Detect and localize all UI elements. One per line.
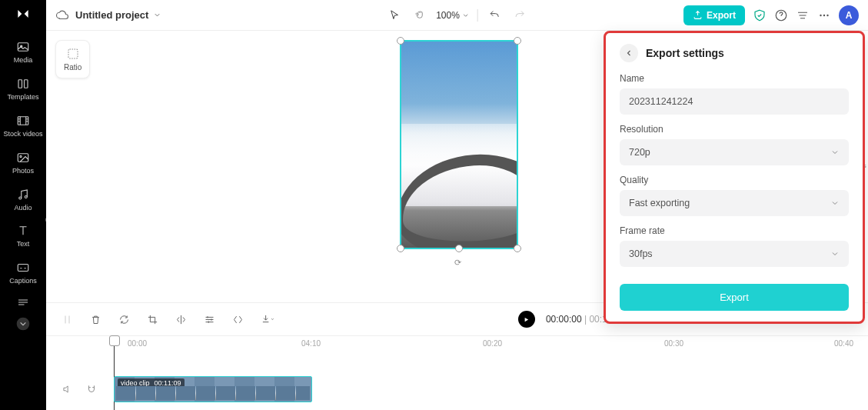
sidebar-item-captions[interactable]: Captions [0, 255, 46, 292]
sidebar-item-audio[interactable]: Audio [0, 182, 46, 218]
sidebar-item-templates[interactable]: Templates [0, 71, 46, 108]
export-back-button[interactable] [620, 44, 638, 62]
sidebar-item-label: Text [17, 241, 30, 248]
chevron-down-icon [153, 11, 161, 19]
reverse-button[interactable] [229, 311, 247, 328]
avatar-initial: A [846, 10, 853, 21]
export-resolution-select[interactable]: 720p [620, 139, 849, 165]
export-name-label: Name [620, 73, 849, 84]
chevron-down-icon [462, 12, 470, 19]
split-button[interactable] [58, 311, 76, 328]
ratio-button[interactable]: Ratio [55, 40, 90, 78]
ruler-tick: 04:10 [301, 339, 321, 348]
svg-point-7 [19, 197, 22, 199]
hand-tool-button[interactable] [411, 6, 428, 24]
layers-icon[interactable] [796, 8, 810, 22]
svg-rect-15 [68, 49, 78, 58]
captions-icon [16, 261, 30, 275]
svg-rect-9 [18, 265, 28, 272]
sidebar-item-label: Audio [14, 205, 32, 212]
sidebar-item-label: Captions [9, 278, 37, 285]
svg-rect-0 [18, 43, 28, 52]
resize-handle-tl[interactable] [397, 37, 404, 45]
zoom-dropdown[interactable]: 100% [436, 10, 470, 21]
video-preview-content [401, 42, 517, 248]
sidebar-item-media[interactable]: Media [0, 34, 46, 71]
delete-button[interactable] [87, 311, 105, 328]
svg-point-12 [820, 14, 821, 15]
export-quality-select[interactable]: Fast exporting [620, 190, 849, 216]
ruler-tick: 00:40 [834, 339, 853, 348]
redo-button[interactable] [511, 6, 529, 24]
sidebar-item-text[interactable]: Text [0, 218, 46, 255]
timeline[interactable]: 00:00 04:10 00:20 00:30 00:40 video clip… [46, 336, 868, 410]
svg-point-6 [20, 155, 22, 157]
sidebar-item-stock-videos[interactable]: Stock videos [0, 108, 46, 145]
shield-check-icon[interactable] [753, 8, 767, 22]
track-row: video clip 00:11:09 [58, 376, 856, 402]
help-icon[interactable] [774, 8, 788, 22]
chevron-down-icon [830, 249, 840, 258]
crop-button[interactable] [144, 311, 161, 328]
avatar[interactable]: A [839, 5, 859, 25]
track-magnet-button[interactable] [83, 381, 100, 398]
ratio-label: Ratio [64, 63, 81, 72]
export-panel-title: Export settings [646, 47, 724, 59]
rotate-handle-icon[interactable]: ⟳ [454, 258, 461, 268]
video-preview-frame[interactable]: ⟳ [400, 40, 518, 249]
sidebar-item-more[interactable] [0, 292, 46, 313]
export-submit-label: Export [720, 292, 749, 303]
export-button-label: Export [707, 10, 736, 21]
export-framerate-label: Frame rate [620, 225, 849, 236]
svg-point-14 [826, 14, 828, 15]
export-settings-panel: Export settings Name Resolution 720p Qua… [604, 31, 865, 324]
timeline-ruler[interactable]: 00:00 04:10 00:20 00:30 00:40 [114, 339, 853, 353]
app-logo-icon[interactable] [15, 6, 31, 22]
resize-handle-bl[interactable] [397, 245, 404, 252]
svg-rect-4 [18, 117, 28, 125]
sidebar-more-button[interactable] [15, 316, 31, 332]
pointer-tool-button[interactable] [385, 6, 403, 24]
project-title-dropdown[interactable]: Untitled project [75, 9, 161, 21]
photos-icon [16, 151, 30, 165]
export-submit-button[interactable]: Export [620, 284, 849, 311]
ruler-tick: 00:30 [664, 339, 683, 348]
export-button[interactable]: Export [683, 5, 745, 25]
resize-handle-br[interactable] [514, 245, 521, 252]
more-icon[interactable] [817, 8, 831, 22]
refresh-button[interactable] [115, 311, 133, 328]
play-button[interactable] [518, 311, 535, 328]
chevron-left-icon [624, 48, 634, 58]
left-sidebar: Media Templates Stock videos Photos Audi… [0, 0, 46, 410]
export-framerate-value: 30fps [629, 248, 653, 259]
resize-handle-tr[interactable] [514, 37, 521, 45]
export-framerate-select[interactable]: 30fps [620, 241, 849, 267]
adjust-button[interactable] [201, 311, 218, 328]
export-name-input[interactable] [620, 88, 849, 115]
chevron-down-icon [830, 198, 840, 208]
export-icon [693, 10, 703, 20]
project-title-text: Untitled project [75, 9, 148, 21]
more-icon [16, 298, 30, 307]
media-icon [16, 40, 30, 54]
top-bar: Untitled project 100% Export A [46, 0, 868, 31]
export-quality-value: Fast exporting [629, 198, 690, 208]
svg-rect-3 [25, 80, 28, 88]
divider [477, 9, 478, 22]
download-dropdown[interactable] [258, 311, 277, 328]
export-quality-label: Quality [620, 175, 849, 185]
undo-button[interactable] [486, 6, 504, 24]
timecode-current: 00:00:00 [546, 314, 582, 325]
resize-handle-bm[interactable] [455, 245, 463, 252]
svg-point-10 [17, 318, 30, 331]
sidebar-item-label: Media [14, 57, 33, 65]
track-mute-button[interactable] [58, 381, 75, 398]
mirror-button[interactable] [172, 311, 190, 328]
clip-thumbnail-strip [116, 386, 310, 400]
cloud-icon[interactable] [55, 8, 69, 22]
timeline-clip[interactable]: video clip 00:11:09 [114, 376, 312, 402]
audio-icon [16, 188, 30, 202]
sidebar-item-photos[interactable]: Photos [0, 145, 46, 182]
text-icon [16, 224, 30, 238]
sidebar-item-label: Templates [7, 94, 38, 102]
